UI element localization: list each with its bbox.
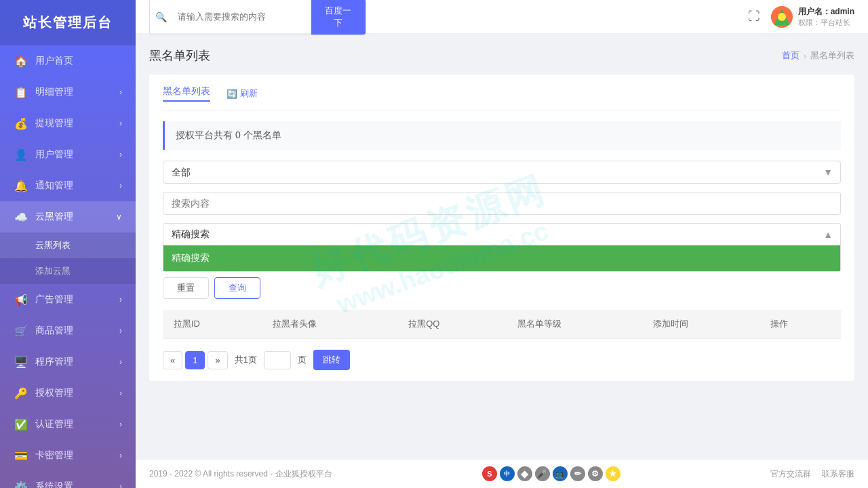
home-icon: 🏠 xyxy=(14,54,28,68)
page-number-input[interactable] xyxy=(264,351,291,369)
footer-link-contact[interactable]: 联系客服 xyxy=(822,468,854,480)
user-info: 用户名：admin 权限：平台站长 xyxy=(771,6,854,28)
info-text: 授权平台共有 0 个黑名单 xyxy=(176,129,281,140)
topbar: 🔍 百度一下 ⛶ 用户名：admin 权限：平 xyxy=(136,0,868,34)
filter-section: 全部 启用 禁用 ▼ xyxy=(163,161,841,184)
search-dropdown-input[interactable] xyxy=(163,223,841,245)
refresh-icon: 🔄 xyxy=(226,89,237,99)
sidebar-label-withdraw-mgmt: 提现管理 xyxy=(35,117,73,129)
go-page-button[interactable]: 跳转 xyxy=(313,350,350,370)
page-label: 页 xyxy=(298,354,307,366)
copyright-text: 2019 - 2022 © All rights reserved - 企业狐授… xyxy=(149,468,332,480)
sidebar-item-sys-settings[interactable]: ⚙️ 系统设置 › xyxy=(0,471,136,488)
chevron-right-icon: › xyxy=(119,326,122,336)
breadcrumb-current: 黑名单列表 xyxy=(810,49,854,62)
sidebar: 站长管理后台 🏠 用户首页 📋 明细管理 › 💰 提现管理 › 👤 xyxy=(0,0,136,488)
dropdown-item-exact[interactable]: 精确搜索 xyxy=(163,245,840,271)
footer-icon-zh[interactable]: 中 xyxy=(500,466,515,481)
cloud-list-label: 云黑列表 xyxy=(35,239,71,251)
footer-icon-mic[interactable]: 🎤 xyxy=(535,466,550,481)
user-name: 用户名：admin xyxy=(798,6,854,18)
cloud-submenu: 云黑列表 添加云黑 xyxy=(0,232,136,284)
sidebar-item-card-mgmt[interactable]: 💳 卡密管理 › xyxy=(0,440,136,471)
search-section xyxy=(163,192,841,215)
sidebar-label-ad-mgmt: 广告管理 xyxy=(35,293,73,306)
chevron-right-icon: › xyxy=(119,388,122,398)
footer-icon-pen[interactable]: ✏ xyxy=(570,466,585,481)
footer-links: 官方交流群 联系客服 xyxy=(770,468,854,480)
table-wrap: 拉黑ID 拉黑者头像 拉黑QQ 黑名单等级 添加时间 操作 xyxy=(163,310,841,339)
chevron-right-icon: › xyxy=(119,150,122,159)
sidebar-label-cloud-mgmt: 云黑管理 xyxy=(35,211,73,223)
table-header-row: 拉黑ID 拉黑者头像 拉黑QQ 黑名单等级 添加时间 操作 xyxy=(163,310,841,339)
col-blocker-avatar: 拉黑者头像 xyxy=(262,310,397,339)
footer-icon-settings[interactable]: ⚙ xyxy=(588,466,603,481)
sidebar-item-product-mgmt[interactable]: 🛒 商品管理 › xyxy=(0,315,136,346)
col-add-time: 添加时间 xyxy=(642,310,760,339)
tab-blacklist[interactable]: 黑名单列表 xyxy=(163,85,210,102)
footer-link-qq-group[interactable]: 官方交流群 xyxy=(770,468,811,480)
cloud-icon: ☁️ xyxy=(14,209,28,224)
sidebar-item-cloud-mgmt[interactable]: ☁️ 云黑管理 ∨ xyxy=(0,201,136,232)
prev-page-button[interactable]: « xyxy=(163,351,182,369)
footer-icons: S 中 ◆ 🎤 📺 ✏ ⚙ ★ xyxy=(482,466,620,481)
sidebar-label-app-mgmt: 程序管理 xyxy=(35,356,73,368)
chevron-down-icon: ∨ xyxy=(116,212,122,222)
sidebar-item-withdraw-mgmt[interactable]: 💰 提现管理 › xyxy=(0,108,136,139)
pagination: « 1 » 共1页 页 跳转 xyxy=(163,350,841,370)
sidebar-label-auth-mgmt: 授权管理 xyxy=(35,387,73,399)
reset-button[interactable]: 重置 xyxy=(163,277,209,299)
sidebar-subitem-cloud-list[interactable]: 云黑列表 xyxy=(0,232,136,258)
col-action: 操作 xyxy=(760,310,841,339)
breadcrumb-home[interactable]: 首页 xyxy=(782,49,800,62)
sidebar-subitem-add-cloud[interactable]: 添加云黑 xyxy=(0,258,136,284)
sidebar-menu: 🏠 用户首页 📋 明细管理 › 💰 提现管理 › 👤 用户管理 › xyxy=(0,45,136,488)
avatar xyxy=(771,6,793,28)
sidebar-item-app-mgmt[interactable]: 🖥️ 程序管理 › xyxy=(0,346,136,378)
page-header: 黑名单列表 首页 › 黑名单列表 xyxy=(149,47,854,64)
topbar-right: ⛶ 用户名：admin 权限：平台站长 xyxy=(748,6,854,28)
sidebar-item-user-mgmt[interactable]: 👤 用户管理 › xyxy=(0,139,136,170)
extra-filter-row: 重置 查询 xyxy=(163,277,841,299)
footer-icon-star[interactable]: ★ xyxy=(606,466,620,481)
search-content-input[interactable] xyxy=(163,192,841,215)
chevron-right-icon: › xyxy=(119,482,122,488)
main-area: 🔍 百度一下 ⛶ 用户名：admin 权限：平 xyxy=(136,0,868,488)
filter-select[interactable]: 全部 启用 禁用 xyxy=(163,161,841,184)
search-dropdown-wrap: ▲ 精确搜索 xyxy=(163,223,841,272)
sidebar-label-sys-settings: 系统设置 xyxy=(35,481,73,488)
dropdown-container: ▲ xyxy=(163,223,841,245)
app-icon: 🖥️ xyxy=(14,354,28,369)
footer-icon-s[interactable]: S xyxy=(482,466,497,481)
query-button[interactable]: 查询 xyxy=(214,277,260,299)
filter-select-wrap: 全部 启用 禁用 ▼ xyxy=(163,161,841,184)
sidebar-item-cert-mgmt[interactable]: ✅ 认证管理 › xyxy=(0,409,136,440)
sidebar-item-ad-mgmt[interactable]: 📢 广告管理 › xyxy=(0,284,136,315)
refresh-label: 刷新 xyxy=(240,87,258,100)
sidebar-item-notify-mgmt[interactable]: 🔔 通知管理 › xyxy=(0,170,136,201)
breadcrumb: 首页 › 黑名单列表 xyxy=(782,49,854,62)
user-icon: 👤 xyxy=(14,147,28,162)
search-input[interactable] xyxy=(172,7,311,26)
user-text: 用户名：admin 权限：平台站长 xyxy=(798,6,854,28)
fullscreen-icon[interactable]: ⛶ xyxy=(748,9,760,24)
chevron-right-icon: › xyxy=(119,295,122,304)
sidebar-item-auth-mgmt[interactable]: 🔑 授权管理 › xyxy=(0,378,136,409)
sidebar-label-card-mgmt: 卡密管理 xyxy=(35,449,73,462)
chevron-right-icon: › xyxy=(119,181,122,190)
chevron-up-icon[interactable]: ▲ xyxy=(823,229,833,240)
total-pages-label: 共1页 xyxy=(235,354,257,366)
sidebar-item-user-home[interactable]: 🏠 用户首页 xyxy=(0,45,136,77)
chevron-right-icon: › xyxy=(119,87,122,97)
refresh-button[interactable]: 🔄 刷新 xyxy=(226,87,258,100)
sidebar-item-account-mgmt[interactable]: 📋 明细管理 › xyxy=(0,77,136,108)
current-page-button[interactable]: 1 xyxy=(185,351,205,369)
footer-icon-diamond[interactable]: ◆ xyxy=(517,466,532,481)
chevron-right-icon: › xyxy=(119,357,122,367)
info-bar: 授权平台共有 0 个黑名单 xyxy=(163,121,841,150)
footer-icon-tv[interactable]: 📺 xyxy=(553,466,568,481)
sidebar-label-user-mgmt: 用户管理 xyxy=(35,148,73,161)
search-button[interactable]: 百度一下 xyxy=(311,0,366,35)
card-tabs: 黑名单列表 🔄 刷新 xyxy=(163,85,841,110)
next-page-button[interactable]: » xyxy=(208,351,227,369)
